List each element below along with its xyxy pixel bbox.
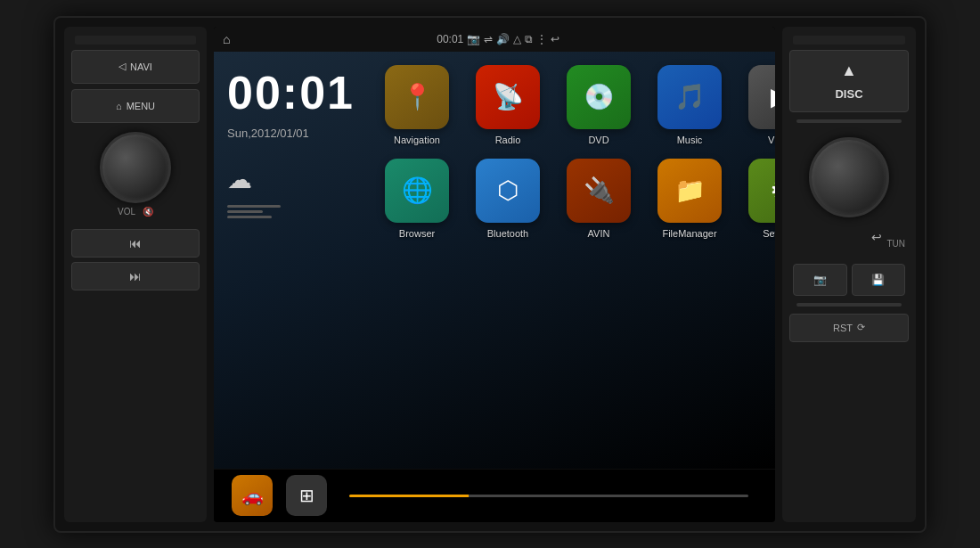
app-label-filemanager: FileManager <box>662 228 716 239</box>
tun-row: ↩ TUN <box>789 230 909 258</box>
camera-icon: 📷 <box>467 33 480 45</box>
app-label-browser: Browser <box>399 228 435 239</box>
tuning-knob[interactable] <box>809 137 889 217</box>
eject-icon: ▲ <box>841 61 857 80</box>
prev-button[interactable]: ⏮ <box>71 229 200 258</box>
app-img-settings: ⚙ <box>748 159 775 223</box>
app-img-filemanager: 📁 <box>657 159 722 223</box>
app-icon-avin[interactable]: 🔌AVIN <box>559 159 639 239</box>
app-label-music: Music <box>677 135 703 145</box>
app-label-bluetooth: Bluetooth <box>487 228 528 239</box>
photo-button[interactable]: 📷 <box>793 264 847 296</box>
cloud-icon: ☁ <box>227 165 355 194</box>
rst-icon: ⟳ <box>857 322 865 333</box>
mute-icon: 🔇 <box>143 207 153 217</box>
app-icon-video[interactable]: ▶Video <box>740 65 775 145</box>
triangle-icon: △ <box>513 33 521 45</box>
rst-label: RST <box>833 323 853 333</box>
bottom-dock: 🚗 ⊞ <box>214 469 775 522</box>
right-panel: ▲ DISC ↩ TUN 📷 💾 RST ⟳ <box>782 27 916 522</box>
app-icon-browser[interactable]: 🌐Browser <box>377 159 457 239</box>
vol-label-row: VOL 🔇 <box>118 207 153 217</box>
weather-bar-1 <box>227 205 281 208</box>
media-buttons: ⏮ ⏭ <box>71 229 200 290</box>
navi-button[interactable]: ◁ NAVI <box>71 50 200 84</box>
head-unit: ◁ NAVI ⌂ MENU VOL 🔇 ⏮ ⏭ ⌂ 00:01 <box>53 16 927 533</box>
app-img-bluetooth: ⬡ <box>476 159 540 223</box>
disc-slot <box>796 119 902 123</box>
app-img-browser: 🌐 <box>385 159 449 223</box>
weather-bars <box>227 205 355 218</box>
top-slot <box>75 36 196 45</box>
app-img-music: 🎵 <box>657 65 722 129</box>
main-content: 00:01 Sun,2012/01/01 ☁ 📍Navigation📡Radio… <box>214 52 775 469</box>
weather-widget: ☁ <box>227 165 355 218</box>
app-label-settings: Settings <box>763 228 775 239</box>
dock-apps-icon[interactable]: ⊞ <box>286 475 327 516</box>
app-img-avin: 🔌 <box>567 159 631 223</box>
right-knob-area <box>789 130 909 225</box>
right-btn-row: 📷 💾 <box>789 264 909 296</box>
app-img-video: ▶ <box>748 65 775 129</box>
disc-button[interactable]: ▲ DISC <box>789 50 909 112</box>
back-button[interactable]: ↩ <box>871 230 882 258</box>
app-label-navigation: Navigation <box>394 135 440 145</box>
left-panel: ◁ NAVI ⌂ MENU VOL 🔇 ⏮ ⏭ <box>64 27 207 522</box>
app-row-2: 🌐Browser⬡Bluetooth🔌AVIN📁FileManager⚙Sett… <box>377 159 775 239</box>
dock-progress-indicator <box>349 495 748 497</box>
next-button[interactable]: ⏭ <box>71 262 200 290</box>
volume-knob[interactable] <box>100 132 171 203</box>
disc-label: DISC <box>835 87 862 101</box>
back-icon[interactable]: ↩ <box>551 33 559 45</box>
app-icon-dvd[interactable]: 💿DVD <box>559 65 639 145</box>
menu-label: MENU <box>127 101 155 111</box>
car-icon: 🚗 <box>241 485 264 506</box>
app-icon-settings[interactable]: ⚙Settings <box>740 159 775 239</box>
menu-icon: ⌂ <box>116 101 122 111</box>
app-img-dvd: 💿 <box>567 65 631 129</box>
overlay-icon: ⧉ <box>525 33 533 45</box>
clock-area: 00:01 Sun,2012/01/01 ☁ <box>214 52 368 469</box>
status-bar: ⌂ 00:01 📷 ⇌ 🔊 △ ⧉ ⋮ ↩ <box>214 27 775 52</box>
menu-button[interactable]: ⌂ MENU <box>71 89 200 123</box>
app-label-radio: Radio <box>495 135 521 145</box>
sync-icon: ⇌ <box>484 33 493 45</box>
status-left: ⌂ <box>223 32 230 46</box>
app-img-navigation: 📍 <box>385 65 449 129</box>
app-icon-navigation[interactable]: 📍Navigation <box>377 65 457 145</box>
app-row-1: 📍Navigation📡Radio💿DVD🎵Music▶Video <box>377 65 775 145</box>
app-icon-bluetooth[interactable]: ⬡Bluetooth <box>468 159 548 239</box>
status-center: 00:01 📷 ⇌ 🔊 △ ⧉ ⋮ ↩ <box>437 33 559 45</box>
clock-display: 00:01 <box>227 70 355 116</box>
app-icon-radio[interactable]: 📡Radio <box>468 65 548 145</box>
app-grid: 📍Navigation📡Radio💿DVD🎵Music▶Video 🌐Brows… <box>368 52 775 469</box>
sd-button[interactable]: 💾 <box>852 264 906 296</box>
card-slot <box>796 303 902 307</box>
app-label-dvd: DVD <box>588 135 608 145</box>
rst-button[interactable]: RST ⟳ <box>789 314 909 342</box>
apps-icon: ⊞ <box>299 485 314 506</box>
vol-text: VOL <box>118 207 135 217</box>
app-label-avin: AVIN <box>588 228 610 239</box>
app-label-video: Video <box>768 135 775 145</box>
right-top-slot <box>793 36 905 45</box>
time-display: 00:01 <box>437 33 463 45</box>
weather-bar-2 <box>227 210 263 213</box>
volume-knob-area: VOL 🔇 <box>71 132 200 217</box>
android-screen: ⌂ 00:01 📷 ⇌ 🔊 △ ⧉ ⋮ ↩ 00:01 Sun,2012/01/… <box>214 27 775 522</box>
more-icon[interactable]: ⋮ <box>536 33 547 45</box>
weather-bar-3 <box>227 216 272 218</box>
navi-icon: ◁ <box>118 61 126 72</box>
navi-label: NAVI <box>130 61 152 72</box>
dock-car-icon[interactable]: 🚗 <box>232 475 273 516</box>
tun-label: TUN <box>886 239 905 249</box>
app-img-radio: 📡 <box>476 65 540 129</box>
app-icon-filemanager[interactable]: 📁FileManager <box>649 159 730 239</box>
volume-icon: 🔊 <box>496 33 510 45</box>
home-icon[interactable]: ⌂ <box>223 32 230 46</box>
date-display: Sun,2012/01/01 <box>227 127 355 140</box>
app-icon-music[interactable]: 🎵Music <box>649 65 730 145</box>
